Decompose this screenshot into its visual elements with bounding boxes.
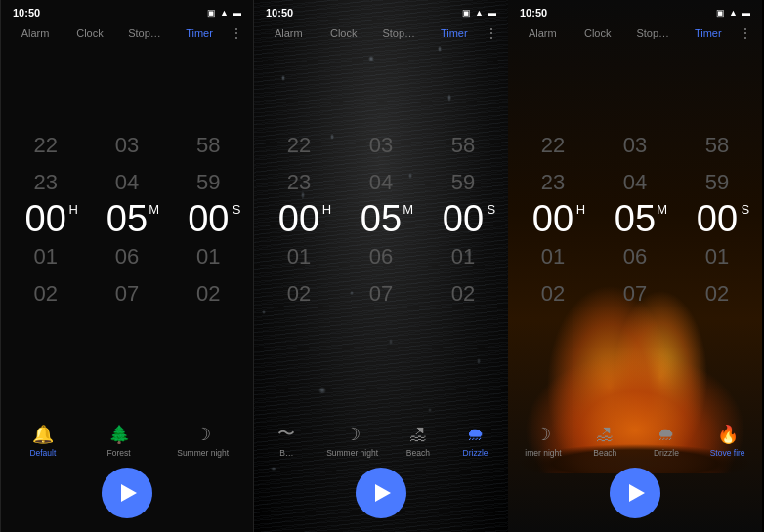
tab-stopwatch[interactable]: Stop… xyxy=(118,25,171,41)
sound-summer-night[interactable]: ☽ Summer night xyxy=(326,424,378,458)
sound-bar: 🔔 Default 🌲 Forest ☽ Summer night xyxy=(1,393,253,462)
panel-drizzle: 10:50 ▣ ▲ ▬ Alarm Clock Stop… Timer ⋮ 22… xyxy=(254,0,508,532)
sound-summer-night[interactable]: ☽ Summer night xyxy=(177,424,229,458)
sec-selected: 00S xyxy=(443,198,484,240)
sound-forest-label: Forest xyxy=(106,448,130,458)
status-time: 10:50 xyxy=(520,7,547,19)
hour-02: 02 xyxy=(33,281,57,307)
nav-tabs: Alarm Clock Stop… Timer ⋮ xyxy=(1,21,253,45)
tab-timer[interactable]: Timer xyxy=(173,25,226,41)
min-03: 03 xyxy=(115,133,139,158)
battery-icon: ▬ xyxy=(233,8,241,18)
sec-01: 01 xyxy=(705,244,729,269)
sound-timer-night[interactable]: ☽ imer night xyxy=(525,424,561,458)
wifi-icon: ▲ xyxy=(729,8,738,18)
hour-23: 23 xyxy=(287,170,311,195)
hour-selected: 00H xyxy=(25,198,66,240)
tab-timer[interactable]: Timer xyxy=(428,25,482,41)
minutes-column: 03 04 05M 06 07 xyxy=(594,127,676,312)
play-button[interactable] xyxy=(356,468,406,518)
hour-02: 02 xyxy=(287,281,311,307)
play-button[interactable] xyxy=(102,468,152,518)
hour-01: 01 xyxy=(33,244,57,269)
beach-icon: 🏖 xyxy=(596,425,614,445)
seconds-column: 58 59 00S 01 02 xyxy=(168,127,249,312)
play-icon xyxy=(121,484,137,502)
tab-clock[interactable]: Clock xyxy=(318,25,371,41)
hour-02: 02 xyxy=(541,281,565,307)
time-picker[interactable]: 22 23 00H 01 02 03 04 05M 06 07 58 59 00… xyxy=(254,45,508,393)
sound-drizzle[interactable]: 🌧 Drizzle xyxy=(649,425,684,458)
sound-beach-label: Beach xyxy=(406,448,430,458)
sound-beach[interactable]: 🏖 Beach xyxy=(401,425,436,458)
status-bar: 10:50 ▣ ▲ ▬ xyxy=(254,0,508,21)
tab-alarm[interactable]: Alarm xyxy=(262,25,316,41)
tab-alarm[interactable]: Alarm xyxy=(516,25,570,41)
tab-timer[interactable]: Timer xyxy=(682,25,736,41)
more-menu-icon[interactable]: ⋮ xyxy=(483,25,500,41)
tab-clock[interactable]: Clock xyxy=(572,25,625,41)
sound-stove-label: Stove fire xyxy=(710,448,745,458)
sound-beach-label: Beach xyxy=(593,448,616,458)
tab-alarm[interactable]: Alarm xyxy=(9,25,62,41)
sec-58: 58 xyxy=(451,133,475,158)
min-07: 07 xyxy=(369,281,393,307)
more-menu-icon[interactable]: ⋮ xyxy=(737,25,754,41)
sound-stove-fire[interactable]: 🔥 Stove fire xyxy=(710,424,745,458)
status-bar: 10:50 ▣ ▲ ▬ xyxy=(1,0,253,21)
play-button[interactable] xyxy=(610,468,660,518)
wave-icon: 〜 xyxy=(277,422,295,445)
status-icons: ▣ ▲ ▬ xyxy=(716,8,750,18)
battery-icon: ▬ xyxy=(742,8,750,18)
play-area xyxy=(254,462,508,532)
min-06: 06 xyxy=(369,244,393,269)
seconds-column: 58 59 00S 01 02 xyxy=(676,127,758,312)
min-03: 03 xyxy=(623,133,647,158)
tab-stopwatch[interactable]: Stop… xyxy=(372,25,426,41)
sec-02: 02 xyxy=(196,281,220,307)
sound-forest[interactable]: 🌲 Forest xyxy=(102,424,137,458)
tab-stopwatch[interactable]: Stop… xyxy=(626,25,680,41)
moon-icon: ☽ xyxy=(535,424,551,445)
sound-default-label: Default xyxy=(29,448,56,458)
camera-icon: ▣ xyxy=(207,8,216,18)
sound-default[interactable]: 🔔 Default xyxy=(25,424,61,458)
sec-selected: 00S xyxy=(697,198,738,240)
time-picker[interactable]: 22 23 00H 01 02 03 04 05M 06 07 58 59 00… xyxy=(1,45,253,393)
hour-selected: 00H xyxy=(278,198,319,240)
minutes-column: 03 04 05M 06 07 xyxy=(340,127,422,312)
min-04: 04 xyxy=(369,170,393,195)
panel-content: 10:50 ▣ ▲ ▬ Alarm Clock Stop… Timer ⋮ 22… xyxy=(254,0,508,532)
tab-clock[interactable]: Clock xyxy=(64,25,116,41)
nav-tabs: Alarm Clock Stop… Timer ⋮ xyxy=(508,21,762,45)
sound-summer-label: Summer night xyxy=(177,448,229,458)
sound-b-label: B… xyxy=(279,448,293,458)
sec-58: 58 xyxy=(705,133,729,158)
hours-column: 22 23 00H 01 02 xyxy=(5,127,86,312)
nav-tabs: Alarm Clock Stop… Timer ⋮ xyxy=(254,21,508,45)
sec-02: 02 xyxy=(451,281,475,307)
sound-beach-b[interactable]: 〜 B… xyxy=(269,422,304,458)
sec-58: 58 xyxy=(196,133,220,158)
wifi-icon: ▲ xyxy=(220,8,229,18)
play-area xyxy=(508,462,762,532)
hour-selected: 00H xyxy=(532,198,573,240)
camera-icon: ▣ xyxy=(462,8,471,18)
wifi-icon: ▲ xyxy=(475,8,484,18)
status-icons: ▣ ▲ ▬ xyxy=(207,8,241,18)
hours-column: 22 23 00H 01 02 xyxy=(512,127,594,312)
more-menu-icon[interactable]: ⋮ xyxy=(228,25,245,41)
hour-23: 23 xyxy=(33,170,57,195)
min-04: 04 xyxy=(115,170,139,195)
time-picker[interactable]: 22 23 00H 01 02 03 04 05M 06 07 58 59 00… xyxy=(508,45,762,393)
status-icons: ▣ ▲ ▬ xyxy=(462,8,496,18)
play-area xyxy=(1,462,253,532)
sec-59: 59 xyxy=(451,170,475,195)
min-selected: 05M xyxy=(361,198,402,240)
hour-23: 23 xyxy=(541,170,565,195)
sound-drizzle[interactable]: 🌧 Drizzle xyxy=(458,425,493,458)
sound-beach[interactable]: 🏖 Beach xyxy=(587,425,622,458)
play-icon xyxy=(375,484,391,502)
sec-59: 59 xyxy=(705,170,729,195)
rain-icon: 🌧 xyxy=(467,425,485,445)
